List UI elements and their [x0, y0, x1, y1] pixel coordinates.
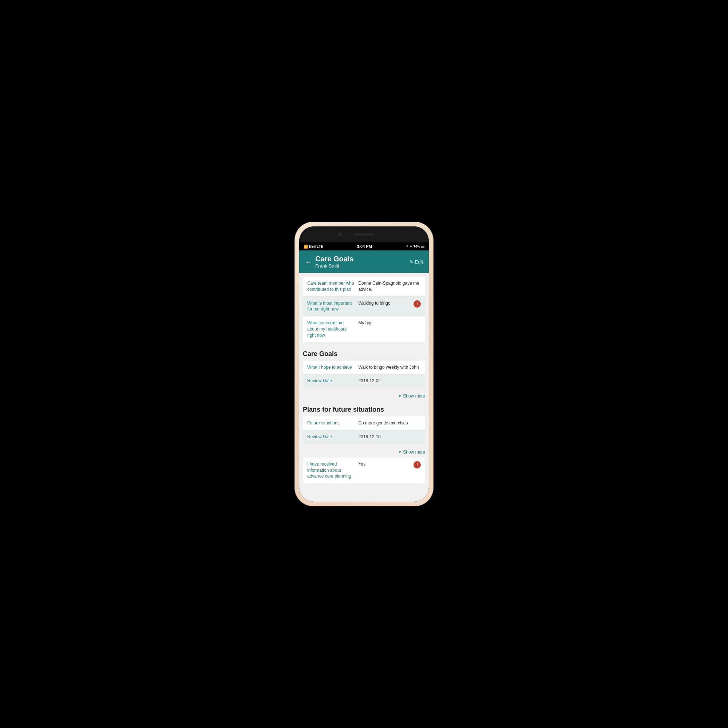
phone-device: 📶 Bell LTE 3:04 PM ↗ ✦ 70% ▬ ← Care Goal…	[295, 222, 433, 506]
row-value: Walking to bingo	[358, 300, 412, 306]
battery-icon: ▬	[421, 245, 424, 248]
main-content: Care team member who contributed to this…	[299, 273, 429, 490]
back-button[interactable]: ←	[305, 258, 312, 266]
show-more-chevron-icon: ▼	[398, 394, 401, 398]
care-goals-show-more-button[interactable]: ▼ Show more	[398, 393, 425, 399]
front-camera	[338, 232, 342, 236]
location-icon: ↗	[405, 245, 408, 248]
row-label: Care team member who contributed to this…	[307, 280, 358, 293]
show-more-chevron-icon: ▼	[398, 450, 401, 454]
edit-button[interactable]: ✎ Edit	[410, 259, 423, 265]
row-label: Future situations	[307, 420, 358, 426]
row-value: Walk to bingo weekly with John	[358, 364, 421, 370]
table-row: What I hope to achieve Walk to bingo wee…	[303, 361, 425, 375]
row-value: Do more gentle exercises	[358, 420, 421, 426]
status-time: 3:04 PM	[357, 244, 372, 249]
info-table-top: Care team member who contributed to this…	[303, 277, 425, 342]
phone-top-notch	[299, 226, 429, 242]
info-icon[interactable]: i	[413, 461, 421, 468]
table-row: What is most important for me right now …	[303, 297, 425, 317]
app-content[interactable]: ← Care Goals Frank Smith ✎ Edit Care tea…	[299, 251, 429, 502]
signal-bars: 📶	[304, 245, 308, 249]
status-indicators: ↗ ✦ 70% ▬	[405, 245, 424, 248]
edit-icon: ✎	[410, 259, 413, 265]
table-row: Review Date 2018-12-02	[303, 374, 425, 388]
care-goals-show-more-row: ▼ Show more	[299, 391, 429, 401]
row-label: I have received information about advanc…	[307, 461, 358, 479]
table-row: What concerns me about my healthcare rig…	[303, 316, 425, 342]
advance-care-table: I have received information about advanc…	[303, 457, 425, 483]
phone-screen: 📶 Bell LTE 3:04 PM ↗ ✦ 70% ▬ ← Care Goal…	[299, 226, 429, 502]
care-goals-table: What I hope to achieve Walk to bingo wee…	[303, 361, 425, 388]
battery-level: 70%	[413, 245, 420, 248]
edit-label: Edit	[415, 259, 423, 265]
page-title: Care Goals	[315, 255, 354, 263]
app-header: ← Care Goals Frank Smith ✎ Edit	[299, 251, 429, 273]
care-goals-section-title: Care Goals	[299, 346, 429, 361]
care-goals-show-more-label: Show more	[403, 393, 425, 399]
header-title-block: Care Goals Frank Smith	[315, 255, 354, 269]
table-row: Care team member who contributed to this…	[303, 277, 425, 297]
table-row: Future situations Do more gentle exercis…	[303, 416, 425, 430]
row-label: What is most important for me right now	[307, 300, 358, 313]
status-bar: 📶 Bell LTE 3:04 PM ↗ ✦ 70% ▬	[299, 242, 429, 251]
table-row: I have received information about advanc…	[303, 457, 425, 483]
future-plans-show-more-row: ▼ Show more	[299, 447, 429, 457]
future-plans-section-title: Plans for future situations	[299, 401, 429, 416]
future-plans-show-more-label: Show more	[403, 450, 425, 455]
row-label: Review Date	[307, 378, 358, 384]
future-plans-table: Future situations Do more gentle exercis…	[303, 416, 425, 444]
status-carrier: 📶 Bell LTE	[304, 245, 323, 249]
bluetooth-icon: ✦	[410, 245, 412, 248]
patient-name: Frank Smith	[315, 263, 354, 269]
row-label: Review Date	[307, 434, 358, 440]
row-value: Yes	[358, 461, 412, 467]
future-plans-show-more-button[interactable]: ▼ Show more	[398, 450, 425, 455]
row-label: What I hope to achieve	[307, 364, 358, 370]
row-value: 2018-12-10	[358, 434, 421, 440]
earpiece-speaker	[353, 234, 375, 236]
row-value: 2018-12-02	[358, 378, 421, 384]
row-value: Donna Cain-Spagnolo gave me advice.	[358, 280, 421, 293]
table-row: Review Date 2018-12-10	[303, 430, 425, 444]
info-icon[interactable]: i	[413, 300, 421, 307]
row-label: What concerns me about my healthcare rig…	[307, 320, 358, 338]
row-value: My hip	[358, 320, 421, 326]
header-left-section: ← Care Goals Frank Smith	[305, 255, 354, 269]
